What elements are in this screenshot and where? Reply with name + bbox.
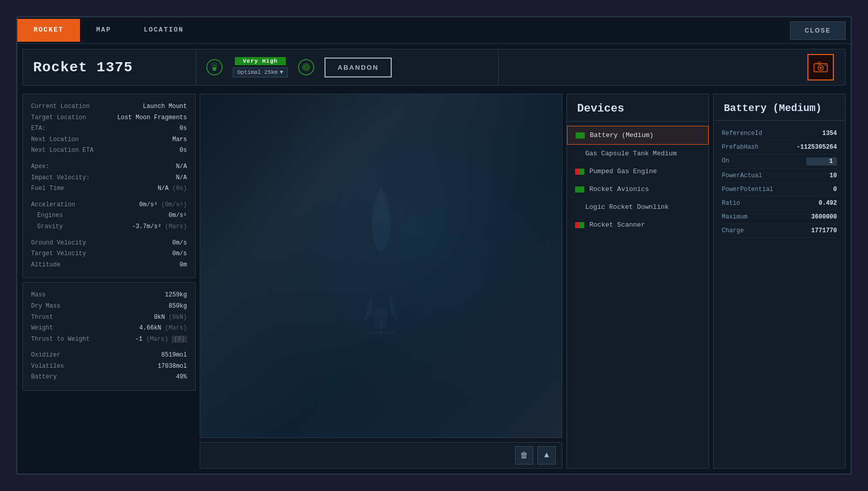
device-indicator-scanner xyxy=(575,222,584,228)
devices-panel: Devices Battery (Medium) Gas Capsule Tan… xyxy=(566,94,709,469)
main-window: ROCKET MAP LOCATION CLOSE Rocket 1375 xyxy=(16,16,852,475)
header-middle: Very High Optimal 25km ▼ ABANDON xyxy=(196,49,499,85)
engines-label: Engines xyxy=(37,210,63,222)
detail-key-charge: Charge xyxy=(722,227,744,234)
current-location-value: Launch Mount xyxy=(143,101,187,113)
weight-label: Weight xyxy=(31,323,53,334)
header-area: Rocket 1375 Very High Optimal 25km ▼ xyxy=(22,49,846,86)
dry-mass-label: Dry Mass xyxy=(31,301,61,312)
signal-control: Very High Optimal 25km ▼ xyxy=(233,57,288,77)
map-view xyxy=(200,94,562,438)
stats-location-panel: Current Location Launch Mount Target Loc… xyxy=(22,94,196,278)
device-indicator-avionics xyxy=(575,186,584,193)
target-location-value: Lost Moon Fragments xyxy=(117,113,187,124)
ground-vel-value: 0m/s xyxy=(172,238,187,249)
abandon-button[interactable]: ABANDON xyxy=(324,58,392,77)
device-name-rocket-avionics: Rocket Avionics xyxy=(589,185,649,193)
altitude-label: Altitude xyxy=(31,260,61,271)
mass-label: Mass xyxy=(31,290,46,301)
stats-mass-panel: Mass 1259kg Dry Mass 850kg Thrust 0kN (0… xyxy=(22,282,196,391)
device-item-gas-capsule[interactable]: Gas Capsule Tank Medium xyxy=(567,145,709,162)
center-panel: 🗑 ▲ xyxy=(200,94,562,469)
tab-rocket[interactable]: ROCKET xyxy=(17,19,80,42)
detail-val-powerpotential: 0 xyxy=(833,186,837,193)
up-button[interactable]: ▲ xyxy=(537,446,556,465)
left-panel: Current Location Launch Mount Target Loc… xyxy=(22,94,196,469)
gravity-label: Gravity xyxy=(37,222,63,233)
delete-button[interactable]: 🗑 xyxy=(515,446,533,465)
detail-key-referenceid: ReferenceId xyxy=(722,130,762,137)
detail-val-poweractual: 10 xyxy=(830,172,837,179)
oxidizer-label: Oxidizer xyxy=(31,350,61,361)
device-item-pumped-gas-engine[interactable]: Pumped Gas Engine xyxy=(567,162,709,180)
apex-label: Apex: xyxy=(31,161,49,173)
header-left: Rocket 1375 xyxy=(23,49,196,85)
device-item-logic-downlink[interactable]: Logic Rocket Downlink xyxy=(567,198,709,216)
thrust-label: Thrust xyxy=(31,312,53,323)
device-item-rocket-scanner[interactable]: Rocket Scanner xyxy=(567,216,709,234)
oxidizer-value: 8519mol xyxy=(161,350,187,361)
planet-status-icon xyxy=(298,59,314,75)
devices-title: Devices xyxy=(567,94,709,122)
detail-val-ratio: 0.492 xyxy=(819,200,837,207)
device-name-rocket-scanner: Rocket Scanner xyxy=(589,221,645,229)
battery-label: Battery xyxy=(31,372,57,383)
apex-value: N/A xyxy=(176,161,187,173)
detail-val-referenceid: 1354 xyxy=(822,130,837,137)
detail-row-maximum: Maximum 3600000 xyxy=(722,210,837,224)
device-indicator-engine xyxy=(575,169,584,175)
impact-value: N/A xyxy=(176,173,187,184)
detail-val-prefabhash: -1125305264 xyxy=(797,144,837,151)
camera-button[interactable] xyxy=(807,54,834,80)
ttw-label: Thrust to Weight xyxy=(31,334,90,345)
header-right xyxy=(499,49,845,85)
detail-title: Battery (Medium) xyxy=(714,94,845,121)
signal-range-dropdown[interactable]: Optimal 25km ▼ xyxy=(233,67,288,77)
detail-key-powerpotential: PowerPotential xyxy=(722,186,773,193)
fuel-label: Fuel Time xyxy=(31,183,64,195)
detail-panel: Battery (Medium) ReferenceId 1354 Prefab… xyxy=(713,94,846,469)
accel-label: Acceleration xyxy=(31,200,75,211)
tab-map[interactable]: MAP xyxy=(80,19,127,42)
volatiles-value: 17038mol xyxy=(157,361,187,372)
svg-point-6 xyxy=(820,67,822,69)
detail-key-poweractual: PowerActual xyxy=(722,172,762,179)
ground-vel-label: Ground Velocity xyxy=(31,238,86,249)
device-item-battery-medium[interactable]: Battery (Medium) xyxy=(567,126,709,145)
eta-value: 0s xyxy=(180,123,187,134)
detail-row-referenceid: ReferenceId 1354 xyxy=(722,127,837,141)
detail-rows: ReferenceId 1354 PrefabHash -1125305264 … xyxy=(714,121,845,468)
eta-label: ETA: xyxy=(31,123,46,134)
target-location-label: Target Location xyxy=(31,113,86,124)
next-eta-label: Next Location ETA xyxy=(31,145,93,156)
thrust-value: 0kN (0kN) xyxy=(154,312,187,323)
device-name-logic-downlink: Logic Rocket Downlink xyxy=(585,203,669,211)
device-name-gas-capsule: Gas Capsule Tank Medium xyxy=(585,150,676,157)
gravity-value: -3.7m/s² (Mars) xyxy=(132,222,187,233)
mass-value: 1259kg xyxy=(165,290,187,301)
device-item-rocket-avionics[interactable]: Rocket Avionics xyxy=(567,180,709,198)
target-vel-value: 0m/s xyxy=(172,249,187,260)
content-grid: Current Location Launch Mount Target Loc… xyxy=(22,94,846,469)
target-vel-label: Target Velocity xyxy=(31,249,86,260)
svg-marker-12 xyxy=(390,292,399,323)
next-location-value: Mars xyxy=(172,134,187,146)
detail-row-on: On 1 xyxy=(722,154,837,169)
device-name-pumped-gas-engine: Pumped Gas Engine xyxy=(589,168,657,175)
detail-val-on: 1 xyxy=(806,157,837,166)
detail-key-maximum: Maximum xyxy=(722,213,747,221)
device-list: Battery (Medium) Gas Capsule Tank Medium… xyxy=(567,122,709,468)
dry-mass-value: 850kg xyxy=(169,301,187,312)
nav-bar: ROCKET MAP LOCATION CLOSE xyxy=(17,17,851,44)
detail-row-ratio: Ratio 0.492 xyxy=(722,197,837,210)
detail-row-powerpotential: PowerPotential 0 xyxy=(722,183,837,197)
rocket-title: Rocket 1375 xyxy=(33,60,133,75)
impact-label: Impact Velocity: xyxy=(31,173,90,184)
detail-row-poweractual: PowerActual 10 xyxy=(722,169,837,183)
svg-marker-11 xyxy=(363,292,372,323)
tab-location[interactable]: LOCATION xyxy=(127,19,200,42)
bottom-toolbar: 🗑 ▲ xyxy=(200,442,562,469)
close-button[interactable]: CLOSE xyxy=(790,21,846,40)
detail-key-prefabhash: PrefabHash xyxy=(722,144,758,151)
detail-val-maximum: 3600000 xyxy=(811,213,837,221)
